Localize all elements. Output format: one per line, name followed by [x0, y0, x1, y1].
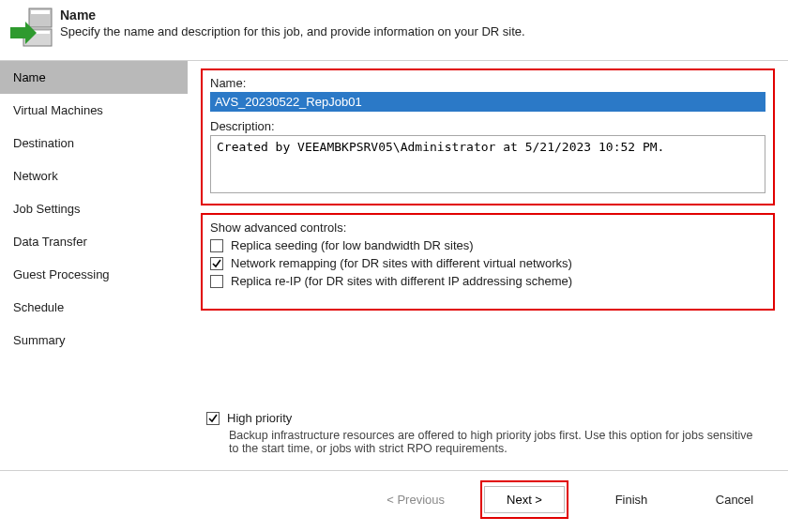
checkbox-label-network-remapping: Network remapping (for DR sites with dif…	[231, 256, 572, 270]
previous-button: < Previous	[373, 487, 458, 512]
wizard-footer: < Previous Next > Finish Cancel	[0, 470, 788, 532]
high-priority-block: High priority Backup infrastructure reso…	[206, 407, 775, 455]
checkbox-high-priority[interactable]	[206, 412, 220, 425]
wizard-icon	[4, 6, 60, 51]
sidebar-item-summary[interactable]: Summary	[0, 324, 188, 357]
high-priority-description: Backup infrastructure resources are offe…	[229, 429, 754, 455]
cancel-button[interactable]: Cancel	[694, 487, 775, 512]
name-group-highlight: Name: Description: Created by VEEAMBKPSR…	[201, 68, 775, 205]
wizard-header: Name Specify the name and description fo…	[0, 0, 788, 61]
next-button[interactable]: Next >	[484, 486, 565, 513]
sidebar-item-destination[interactable]: Destination	[0, 127, 188, 160]
checkbox-label-high-priority: High priority	[227, 411, 292, 425]
checkbox-replica-reip[interactable]	[210, 275, 223, 288]
wizard-steps: Name Virtual Machines Destination Networ…	[0, 61, 188, 470]
checkbox-label-replica-seeding: Replica seeding (for low bandwidth DR si…	[231, 238, 474, 252]
name-input[interactable]	[210, 92, 765, 112]
checkbox-replica-seeding[interactable]	[210, 239, 223, 252]
sidebar-item-data-transfer[interactable]: Data Transfer	[0, 225, 188, 258]
sidebar-item-job-settings[interactable]: Job Settings	[0, 192, 188, 225]
advanced-title: Show advanced controls:	[210, 220, 765, 235]
checkbox-row-replica-seeding: Replica seeding (for low bandwidth DR si…	[210, 238, 765, 252]
sidebar-item-guest-processing[interactable]: Guest Processing	[0, 258, 188, 291]
checkbox-row-replica-reip: Replica re-IP (for DR sites with differe…	[210, 274, 765, 288]
form-panel: Name: Description: Created by VEEAMBKPSR…	[188, 61, 788, 470]
advanced-group-highlight: Show advanced controls: Replica seeding …	[201, 213, 775, 311]
sidebar-item-network[interactable]: Network	[0, 160, 188, 192]
checkbox-network-remapping[interactable]	[210, 257, 223, 270]
sidebar-item-name[interactable]: Name	[0, 61, 188, 94]
checkbox-row-network-remapping: Network remapping (for DR sites with dif…	[210, 256, 765, 270]
page-title: Name	[60, 8, 525, 23]
next-button-highlight: Next >	[480, 480, 568, 519]
name-label: Name:	[210, 76, 765, 90]
page-subtitle: Specify the name and description for thi…	[60, 24, 525, 38]
checkbox-label-replica-reip: Replica re-IP (for DR sites with differe…	[231, 274, 572, 288]
sidebar-item-schedule[interactable]: Schedule	[0, 291, 188, 324]
description-label: Description:	[210, 119, 765, 133]
svg-rect-1	[31, 10, 50, 14]
finish-button[interactable]: Finish	[591, 487, 672, 512]
sidebar-item-virtual-machines[interactable]: Virtual Machines	[0, 94, 188, 127]
description-input[interactable]: Created by VEEAMBKPSRV05\Administrator a…	[210, 135, 765, 193]
